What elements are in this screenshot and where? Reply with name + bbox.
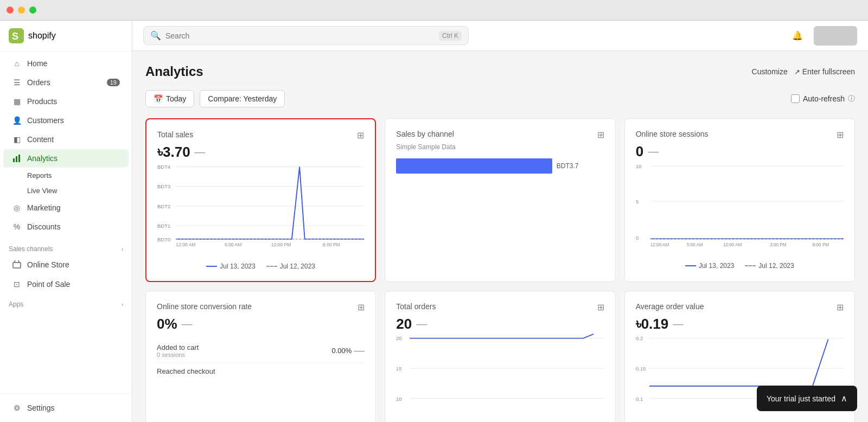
shopify-logo-icon: S	[9, 28, 24, 43]
sales-channels-section-label: Sales channels ›	[0, 239, 132, 255]
svg-text:S: S	[12, 31, 18, 42]
calendar-icon: 📅	[154, 94, 163, 103]
search-icon: 🔍	[150, 30, 161, 41]
header-actions: Customize ↗ Enter fullscreen	[752, 67, 855, 76]
svg-rect-2	[13, 158, 15, 162]
toast[interactable]: Your trial just started ∧	[757, 386, 857, 411]
today-button[interactable]: 📅 Today	[145, 90, 194, 107]
pos-icon: ⊡	[12, 279, 22, 289]
content-icon: ◧	[12, 135, 22, 144]
conversion-rate-header: Online store conversion rate ⊞	[157, 302, 365, 312]
sidebar-logo-text: shopify	[28, 31, 56, 41]
fullscreen-button[interactable]: ↗ Enter fullscreen	[794, 67, 855, 76]
legend-jul13: Jul 13, 2023	[206, 263, 255, 270]
svg-text:BDT4: BDT4	[157, 164, 171, 170]
total-sales-menu-icon[interactable]: ⊞	[357, 130, 364, 140]
customers-icon: 👤	[12, 116, 22, 125]
search-shortcut: Ctrl K	[439, 31, 462, 41]
auto-refresh-label: Auto-refresh	[803, 94, 845, 103]
svg-text:6:00 PM: 6:00 PM	[323, 242, 340, 247]
help-icon: ⓘ	[848, 94, 855, 104]
total-sales-title: Total sales	[157, 130, 193, 139]
sidebar-item-liveview[interactable]: Live View	[3, 183, 129, 198]
auto-refresh-checkbox[interactable]	[791, 94, 800, 103]
sidebar-item-reports[interactable]: Reports	[3, 168, 129, 183]
total-sales-value: ৳3.70 —	[157, 144, 364, 161]
compare-button[interactable]: Compare: Yesterday	[200, 90, 285, 107]
sales-channel-menu-icon[interactable]: ⊞	[597, 130, 604, 140]
auto-refresh-wrap: Auto-refresh ⓘ	[791, 94, 855, 104]
topbar: 🔍 Ctrl K 🔔	[132, 21, 868, 51]
svg-text:10: 10	[396, 396, 402, 402]
svg-text:BDT1: BDT1	[157, 223, 170, 229]
total-sales-card: Total sales ⊞ ৳3.70 — BDT4 BDT3	[145, 118, 376, 282]
sidebar-item-analytics[interactable]: Analytics	[3, 149, 129, 168]
svg-text:12:00 PM: 12:00 PM	[271, 242, 291, 247]
svg-rect-3	[16, 156, 17, 162]
settings-icon: ⚙	[12, 403, 22, 413]
sales-channel-bars: BDT3.7	[396, 158, 604, 174]
sales-channel-header: Sales by channel ⊞	[396, 130, 604, 140]
svg-text:0: 0	[636, 235, 639, 241]
sales-channel-subtitle: Simple Sample Data	[396, 143, 604, 151]
minimize-button[interactable]	[18, 7, 25, 14]
sidebar-item-orders[interactable]: ☰ Orders 19	[3, 73, 129, 92]
metric-reached-checkout: Reached checkout	[157, 363, 365, 380]
sidebar-item-customers[interactable]: 👤 Customers	[3, 111, 129, 130]
sidebar-item-products[interactable]: ▦ Products	[3, 92, 129, 111]
dashboard-grid: Total sales ⊞ ৳3.70 — BDT4 BDT3	[145, 118, 855, 422]
svg-text:BDT2: BDT2	[157, 203, 170, 209]
total-orders-menu-icon[interactable]: ⊞	[597, 302, 604, 312]
svg-text:12:00 AM: 12:00 AM	[650, 242, 669, 247]
online-sessions-card: Online store sessions ⊞ 0 — 10 5 0	[624, 118, 855, 282]
svg-text:12:00 AM: 12:00 AM	[176, 242, 195, 247]
toast-label: Your trial just started	[767, 394, 835, 403]
total-sales-legend: Jul 13, 2023 Jul 12, 2023	[157, 263, 364, 270]
sidebar-item-online-store[interactable]: Online Store	[3, 255, 129, 274]
svg-text:BDT0: BDT0	[157, 236, 170, 242]
svg-text:3:00 PM: 3:00 PM	[770, 242, 786, 247]
svg-rect-4	[18, 155, 20, 162]
close-button[interactable]	[7, 7, 14, 14]
bar-label-1: BDT3.7	[557, 162, 579, 170]
metric-added-label: Added to cart 0 sessions	[157, 343, 199, 358]
search-input[interactable]	[165, 31, 435, 40]
conversion-rate-value: 0% —	[157, 316, 365, 333]
avg-order-value: ৳0.19 —	[636, 316, 844, 333]
online-sessions-title: Online store sessions	[636, 130, 709, 138]
avg-order-header: Average order value ⊞	[636, 302, 844, 312]
sidebar-item-home[interactable]: ⌂ Home	[3, 54, 129, 73]
bar-row-1: BDT3.7	[396, 158, 604, 174]
total-sales-header: Total sales ⊞	[157, 130, 364, 140]
sidebar-logo: S shopify	[0, 21, 132, 52]
online-sessions-menu-icon[interactable]: ⊞	[837, 130, 844, 140]
sidebar-item-discounts[interactable]: % Discounts	[3, 218, 129, 236]
page-title: Analytics	[145, 64, 203, 79]
svg-text:5: 5	[636, 199, 639, 204]
svg-text:6:00 AM: 6:00 AM	[225, 242, 241, 247]
products-icon: ▦	[12, 97, 22, 106]
orders-badge: 19	[107, 79, 120, 86]
analytics-icon	[12, 154, 22, 163]
search-box[interactable]: 🔍 Ctrl K	[143, 26, 469, 45]
orders-icon: ☰	[12, 78, 22, 87]
filter-bar: 📅 Today Compare: Yesterday Auto-refresh …	[145, 90, 855, 107]
customize-button[interactable]: Customize	[752, 67, 788, 76]
total-orders-header: Total orders ⊞	[396, 302, 604, 312]
total-orders-title: Total orders	[396, 302, 436, 311]
online-store-icon	[12, 260, 22, 270]
conversion-rate-menu-icon[interactable]: ⊞	[358, 302, 365, 312]
sidebar-item-content[interactable]: ◧ Content	[3, 130, 129, 149]
svg-text:8:00 PM: 8:00 PM	[812, 242, 828, 247]
sidebar-item-marketing[interactable]: ◎ Marketing	[3, 199, 129, 217]
conversion-rate-title: Online store conversion rate	[157, 302, 252, 311]
avg-order-menu-icon[interactable]: ⊞	[837, 302, 844, 312]
svg-text:0.15: 0.15	[636, 366, 646, 372]
sales-channel-title: Sales by channel	[396, 130, 454, 138]
notification-button[interactable]: 🔔	[788, 26, 807, 46]
sidebar-item-settings[interactable]: ⚙ Settings	[3, 399, 129, 417]
sessions-legend-jul13: Jul 13, 2023	[685, 262, 734, 270]
sidebar-item-point-of-sale[interactable]: ⊡ Point of Sale	[3, 275, 129, 293]
online-sessions-value: 0 —	[636, 143, 844, 160]
maximize-button[interactable]	[29, 7, 36, 14]
